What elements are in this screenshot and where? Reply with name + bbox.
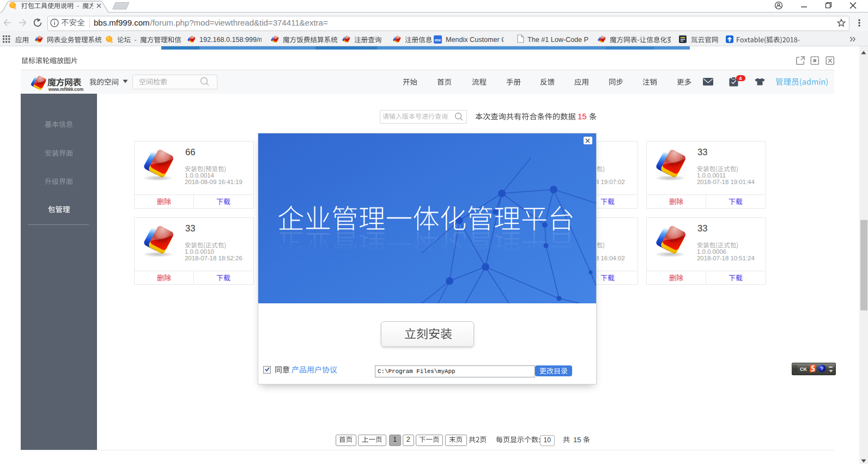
svg-text:mx: mx <box>435 38 441 42</box>
svg-text:?: ? <box>821 365 824 371</box>
